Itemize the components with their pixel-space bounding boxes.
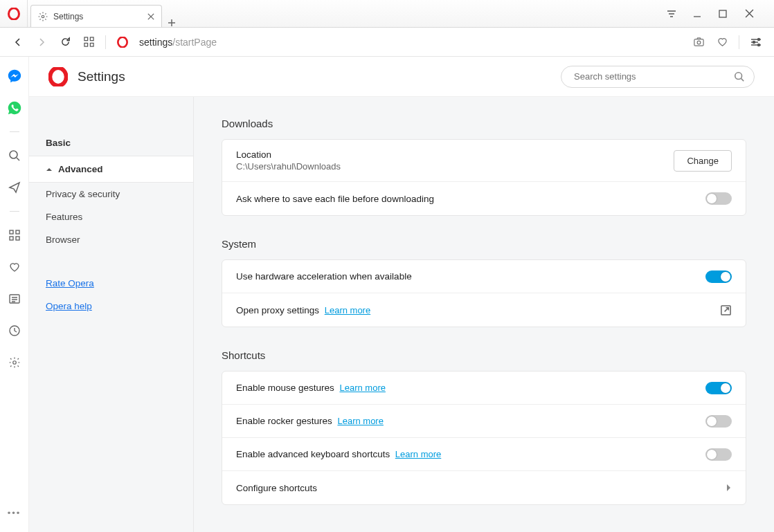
heart-icon[interactable] bbox=[715, 36, 729, 48]
svg-rect-3 bbox=[84, 37, 87, 41]
row-ask-before-download: Ask where to save each file before downl… bbox=[222, 182, 746, 215]
proxy-label: Open proxy settings bbox=[236, 305, 319, 315]
nav-advanced-label: Advanced bbox=[58, 164, 103, 174]
chevron-up-icon bbox=[46, 166, 53, 173]
nav-features[interactable]: Features bbox=[29, 205, 193, 228]
nav-privacy[interactable]: Privacy & security bbox=[29, 183, 193, 205]
nav-basic[interactable]: Basic bbox=[29, 130, 193, 156]
svg-point-7 bbox=[118, 37, 127, 47]
reload-icon[interactable] bbox=[58, 37, 72, 47]
rate-opera-link[interactable]: Rate Opera bbox=[46, 278, 94, 288]
window-controls bbox=[654, 0, 774, 27]
close-window-icon[interactable] bbox=[745, 9, 762, 18]
change-button[interactable]: Change bbox=[674, 150, 732, 172]
svg-point-1 bbox=[42, 15, 44, 18]
svg-point-21 bbox=[50, 68, 66, 86]
rocker-label: Enable rocker gestures bbox=[236, 416, 332, 426]
svg-point-10 bbox=[758, 38, 760, 40]
nav-browser[interactable]: Browser bbox=[29, 228, 193, 251]
svg-rect-6 bbox=[90, 43, 93, 46]
hw-accel-label: Use hardware acceleration when available bbox=[236, 271, 412, 282]
search-mag-icon bbox=[734, 71, 745, 82]
ask-label: Ask where to save each file before downl… bbox=[236, 194, 434, 204]
history-icon[interactable] bbox=[6, 322, 23, 339]
system-title: System bbox=[222, 238, 746, 250]
settings-main: Downloads Location C:\Users\rahul\Downlo… bbox=[194, 97, 774, 532]
url-field[interactable]: settings/startPage bbox=[139, 37, 682, 48]
tab-close-icon[interactable] bbox=[147, 13, 154, 20]
keyboard-toggle[interactable] bbox=[705, 448, 732, 461]
page-title: Settings bbox=[78, 69, 551, 84]
collapse-icon[interactable] bbox=[666, 9, 683, 19]
svg-rect-15 bbox=[16, 230, 19, 234]
rail-divider bbox=[10, 211, 19, 212]
title-bar: Settings bbox=[0, 0, 774, 28]
settings-header: Settings bbox=[29, 57, 774, 97]
row-rocker-gestures: Enable rocker gestures Learn more bbox=[222, 405, 746, 438]
row-keyboard-shortcuts: Enable advanced keyboard shortcuts Learn… bbox=[222, 438, 746, 471]
opera-menu-icon[interactable] bbox=[0, 0, 28, 27]
svg-rect-17 bbox=[16, 237, 19, 240]
mouse-toggle[interactable] bbox=[705, 382, 732, 394]
proxy-learnmore-link[interactable]: Learn more bbox=[325, 305, 370, 315]
sidebar-toggle-icon[interactable] bbox=[749, 37, 763, 48]
maximize-icon[interactable] bbox=[719, 10, 735, 18]
row-hw-accel: Use hardware acceleration when available bbox=[222, 260, 746, 293]
downloads-title: Downloads bbox=[222, 118, 746, 129]
svg-rect-14 bbox=[10, 230, 13, 234]
more-icon[interactable]: ••• bbox=[8, 508, 21, 532]
news-icon[interactable] bbox=[6, 291, 23, 307]
nav-advanced[interactable]: Advanced bbox=[29, 156, 193, 183]
chevron-right-icon bbox=[726, 484, 732, 492]
section-shortcuts: Shortcuts Enable mouse gestures Learn mo… bbox=[222, 349, 746, 505]
svg-point-20 bbox=[12, 361, 16, 365]
search-input[interactable] bbox=[561, 66, 755, 88]
nav-help: Opera help bbox=[29, 295, 193, 318]
svg-point-9 bbox=[697, 41, 701, 44]
settings-rail-icon[interactable] bbox=[6, 354, 23, 371]
whatsapp-icon[interactable] bbox=[6, 100, 23, 116]
ask-toggle[interactable] bbox=[705, 192, 732, 205]
opera-help-link[interactable]: Opera help bbox=[46, 301, 92, 311]
location-path: C:\Users\rahul\Downloads bbox=[236, 161, 674, 172]
svg-point-12 bbox=[758, 44, 760, 46]
rocker-toggle[interactable] bbox=[705, 415, 732, 428]
row-configure-shortcuts[interactable]: Configure shortcuts bbox=[222, 471, 746, 504]
row-proxy[interactable]: Open proxy settings Learn more bbox=[222, 293, 746, 327]
new-tab-button[interactable] bbox=[162, 19, 181, 27]
svg-rect-5 bbox=[84, 43, 87, 46]
search-icon[interactable] bbox=[6, 147, 23, 164]
svg-rect-4 bbox=[90, 37, 93, 41]
nav-back-icon[interactable] bbox=[11, 37, 25, 47]
hw-accel-toggle[interactable] bbox=[705, 270, 732, 283]
svg-point-11 bbox=[753, 41, 755, 43]
heart-rail-icon[interactable] bbox=[6, 259, 23, 275]
speed-dial-rail-icon[interactable] bbox=[6, 227, 23, 244]
url-base: settings bbox=[139, 37, 172, 48]
row-download-location: Location C:\Users\rahul\Downloads Change bbox=[222, 140, 746, 182]
nav-forward-icon[interactable] bbox=[35, 37, 48, 47]
tab-settings[interactable]: Settings bbox=[30, 5, 162, 27]
minimize-icon[interactable] bbox=[692, 9, 709, 19]
url-path: /startPage bbox=[172, 37, 217, 48]
keyboard-learnmore-link[interactable]: Learn more bbox=[395, 449, 441, 459]
content-column: Settings Basic Advanced Privacy & securi… bbox=[29, 57, 774, 532]
tab-title: Settings bbox=[53, 12, 83, 21]
camera-icon[interactable] bbox=[692, 36, 705, 48]
address-bar: settings/startPage bbox=[0, 28, 774, 57]
rocker-learnmore-link[interactable]: Learn more bbox=[337, 416, 383, 426]
keyboard-label: Enable advanced keyboard shortcuts bbox=[236, 449, 390, 459]
svg-rect-2 bbox=[719, 10, 726, 17]
svg-rect-16 bbox=[10, 237, 13, 240]
mouse-learnmore-link[interactable]: Learn more bbox=[339, 383, 385, 393]
speed-dial-icon[interactable] bbox=[82, 37, 96, 47]
external-link-icon[interactable] bbox=[720, 304, 732, 316]
row-mouse-gestures: Enable mouse gestures Learn more bbox=[222, 372, 746, 405]
send-icon[interactable] bbox=[6, 179, 23, 196]
messenger-icon[interactable] bbox=[6, 68, 23, 84]
configure-label: Configure shortcuts bbox=[236, 483, 317, 493]
section-system: System Use hardware acceleration when av… bbox=[222, 238, 746, 327]
workspace: ••• Settings Basic Advanced bbox=[0, 57, 774, 532]
side-rail: ••• bbox=[0, 57, 29, 532]
svg-point-0 bbox=[8, 8, 19, 19]
